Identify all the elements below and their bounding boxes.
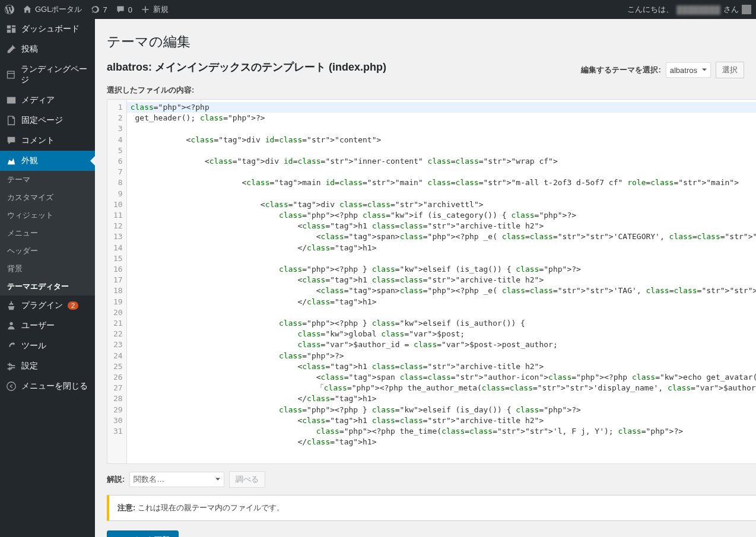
menu-icon [6,361,17,371]
menu-icon [6,115,17,126]
menu-icon [6,155,17,166]
submenu-item[interactable]: カスタマイズ [0,189,95,206]
greeting[interactable]: こんにちは、████████ さん [627,4,751,15]
menu-6[interactable]: 外観 [0,151,95,171]
wordpress-icon [5,5,14,14]
admin-bar: GGLポータル 7 0 新規 こんにちは、████████ さん [0,0,756,19]
submenu-item[interactable]: ウィジェット [0,206,95,224]
menu-icon [6,24,17,34]
plus-icon [141,5,150,14]
menu-icon [6,381,17,392]
new-link[interactable]: 新規 [141,4,169,15]
admin-sidebar: ダッシュボード投稿ランディングページメディア固定ページコメント外観テーマカスタマ… [0,19,95,537]
site-link[interactable]: GGLポータル [23,4,82,15]
comment-icon [116,5,125,14]
menu-3[interactable]: メディア [0,90,95,110]
menu-icon [6,95,17,106]
update-file-button[interactable]: ファイルを更新 [107,530,179,537]
line-gutter: 1234567891011121314151617181920212223242… [107,100,127,463]
code-editor[interactable]: 1234567891011121314151617181920212223242… [107,99,756,464]
menu-9[interactable]: ツール [0,336,95,356]
refresh-icon [90,5,100,14]
doc-label: 解説: [107,474,125,485]
submenu-item[interactable]: ヘッダー [0,242,95,260]
file-heading: albatros: メインインデックスのテンプレート (index.php) [107,60,386,74]
page-title: テーマの編集 [107,33,744,51]
menu-11[interactable]: メニューを閉じる [0,376,95,396]
menu-icon [6,341,17,351]
select-button[interactable]: 選択 [716,62,744,78]
menu-icon [6,44,17,55]
doc-select[interactable]: 関数名… [129,472,224,487]
submenu-item[interactable]: メニュー [0,224,95,242]
menu-0[interactable]: ダッシュボード [0,19,95,39]
home-icon [23,5,32,14]
menu-4[interactable]: 固定ページ [0,110,95,131]
theme-select[interactable]: albatros [666,62,711,78]
avatar-icon [742,5,751,14]
submenu-item[interactable]: テーマ [0,171,95,189]
menu-5[interactable]: コメント [0,131,95,151]
menu-1[interactable]: 投稿 [0,39,95,59]
menu-icon [6,300,17,311]
selected-file-label: 選択したファイルの内容: [107,85,756,96]
submenu-item[interactable]: テーマエディター [0,278,95,295]
menu-icon [6,69,16,80]
code-area[interactable]: class="php"><?php get_header(); class="p… [127,100,756,463]
menu-2[interactable]: ランディングページ [0,59,95,90]
menu-10[interactable]: 設定 [0,356,95,376]
menu-7[interactable]: プラグイン2 [0,295,95,316]
main-content: テーマの編集 albatros: メインインデックスのテンプレート (index… [95,19,756,537]
comments-link[interactable]: 0 [116,5,132,14]
menu-icon [6,320,17,331]
theme-selector-label: 編集するテーマを選択: [581,65,660,75]
parent-theme-notice: 注意: これは現在の親テーマ内のファイルです。 [107,495,756,521]
menu-8[interactable]: ユーザー [0,316,95,336]
menu-icon [6,135,17,146]
updates-link[interactable]: 7 [90,5,107,14]
wp-logo[interactable] [5,5,14,14]
submenu-item[interactable]: 背景 [0,260,95,278]
doc-lookup-button[interactable]: 調べる [229,471,265,488]
svg-point-0 [7,382,15,390]
